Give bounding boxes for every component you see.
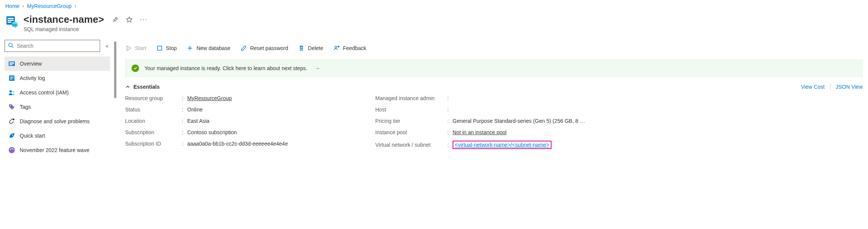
essentials-row-vnet: Virtual network / subnet : <virtual-netw… (375, 141, 863, 149)
json-view-link[interactable]: JSON View (836, 84, 863, 90)
stop-button[interactable]: Stop (156, 45, 177, 52)
sidebar-item-label: Diagnose and solve problems (20, 118, 89, 124)
breadcrumb-home[interactable]: Home (5, 3, 19, 9)
page-title: <instance-name> (24, 14, 104, 25)
svg-line-7 (12, 46, 13, 48)
essentials-row-instance-pool: Instance pool : Not in an instance pool (375, 129, 863, 135)
sidebar: « Overview Activity log Access control (… (0, 40, 114, 157)
feedback-icon (333, 45, 340, 52)
play-icon (125, 45, 132, 52)
breadcrumb-resource-group[interactable]: MyResourceGroup (27, 3, 72, 9)
access-control-icon (8, 89, 15, 96)
sidebar-item-overview[interactable]: Overview (5, 56, 110, 71)
svg-rect-15 (10, 79, 13, 80)
resource-type-label: SQL managed instance (24, 26, 147, 32)
pricing-tier-value: General Purpose Standard-series (Gen 5) … (453, 118, 585, 124)
svg-rect-3 (8, 22, 11, 23)
reset-password-label: Reset password (250, 45, 288, 51)
feedback-label: Feedback (343, 45, 366, 51)
sidebar-item-tags[interactable]: Tags (5, 100, 110, 114)
new-database-button[interactable]: New database (186, 45, 230, 52)
sidebar-search-input[interactable] (17, 43, 97, 49)
quick-start-icon (8, 132, 15, 139)
sidebar-scrollbar[interactable] (114, 40, 117, 157)
delete-label: Delete (308, 45, 323, 51)
svg-rect-11 (9, 64, 13, 65)
svg-point-17 (13, 91, 14, 93)
ready-banner[interactable]: Your managed instance is ready. Click he… (125, 60, 863, 77)
breadcrumb: Home › MyResourceGroup › (0, 0, 868, 11)
search-icon (8, 42, 14, 49)
svg-point-16 (9, 90, 12, 93)
svg-rect-14 (10, 78, 14, 78)
start-label: Start (135, 45, 146, 51)
essentials-label: Resource group (125, 95, 182, 101)
reset-password-button[interactable]: Reset password (240, 45, 288, 52)
svg-rect-13 (10, 77, 14, 77)
sidebar-search[interactable] (5, 40, 100, 52)
feedback-button[interactable]: Feedback (333, 45, 366, 52)
essentials-title: Essentials (133, 84, 160, 90)
sql-managed-instance-icon: SQL (5, 15, 18, 28)
sidebar-item-feature-wave[interactable]: November 2022 feature wave (5, 143, 110, 157)
plus-icon (186, 45, 193, 52)
svg-point-20 (12, 135, 13, 136)
status-value: Online (187, 107, 202, 113)
essentials-row-subscription-id: Subscription ID : aaaa0a0a-bb1b-cc2c-dd3… (125, 141, 360, 147)
view-cost-link[interactable]: View Cost (801, 84, 825, 90)
instance-pool-link[interactable]: Not in an instance pool (453, 129, 506, 135)
chevron-up-icon (125, 84, 130, 89)
essentials-panel: Resource group : MyResourceGroup Status … (125, 95, 863, 149)
delete-button[interactable]: Delete (298, 45, 323, 52)
svg-point-18 (10, 105, 11, 106)
svg-rect-1 (8, 18, 14, 19)
chevron-right-icon: › (22, 3, 24, 9)
sidebar-item-activity-log[interactable]: Activity log (5, 71, 110, 85)
activity-log-icon (8, 75, 15, 82)
svg-rect-2 (8, 20, 14, 21)
essentials-row-resource-group: Resource group : MyResourceGroup (125, 95, 360, 101)
overview-icon (8, 60, 15, 67)
page-header: SQL <instance-name> ··· SQL managed inst… (0, 11, 868, 40)
pin-icon[interactable] (111, 16, 118, 23)
stop-label: Stop (166, 45, 177, 51)
vnet-subnet-link[interactable]: <virtual-network-name>/<subnet-name> (453, 141, 552, 149)
essentials-row-admin: Managed instance admin : (375, 95, 863, 101)
scrollbar-thumb[interactable] (114, 41, 116, 98)
essentials-label: Managed instance admin (375, 95, 447, 101)
essentials-toggle[interactable]: Essentials (125, 84, 160, 90)
sidebar-item-label: Quick start (20, 133, 45, 139)
tags-icon (8, 104, 15, 110)
start-button: Start (125, 45, 146, 52)
sidebar-item-label: Activity log (20, 75, 45, 81)
arrow-right-icon: → (315, 65, 320, 71)
essentials-label: Instance pool (375, 129, 447, 135)
essentials-row-location: Location : East Asia (125, 118, 360, 124)
subscription-id-value: aaaa0a0a-bb1b-cc2c-dd3d-eeeeee4e4e4e (187, 141, 288, 147)
sidebar-nav: Overview Activity log Access control (IA… (5, 56, 110, 157)
success-icon (132, 64, 139, 72)
svg-rect-9 (9, 62, 14, 63)
svg-text:SQL: SQL (12, 24, 18, 27)
essentials-label: Pricing tier (375, 118, 447, 124)
essentials-row-status: Status : Online (125, 107, 360, 113)
resource-group-link[interactable]: MyResourceGroup (187, 95, 232, 101)
svg-rect-10 (9, 63, 14, 64)
essentials-label: Host (375, 107, 447, 113)
svg-point-19 (13, 119, 14, 120)
sidebar-item-quick-start[interactable]: Quick start (5, 129, 110, 143)
sidebar-item-access-control[interactable]: Access control (IAM) (5, 85, 110, 100)
feature-wave-icon (8, 147, 15, 154)
essentials-row-subscription: Subscription : Contoso subscription (125, 129, 360, 135)
command-bar: Start Stop New database Reset password (125, 40, 863, 56)
chevron-right-icon: › (75, 3, 76, 9)
more-icon[interactable]: ··· (140, 16, 147, 23)
edit-icon (240, 45, 247, 52)
star-icon[interactable] (126, 16, 133, 23)
svg-point-21 (9, 147, 15, 153)
essentials-label: Subscription ID (125, 141, 182, 147)
svg-point-6 (9, 43, 12, 47)
essentials-label: Status (125, 107, 182, 113)
sidebar-item-diagnose[interactable]: Diagnose and solve problems (5, 114, 110, 129)
collapse-sidebar-icon[interactable]: « (104, 41, 110, 50)
